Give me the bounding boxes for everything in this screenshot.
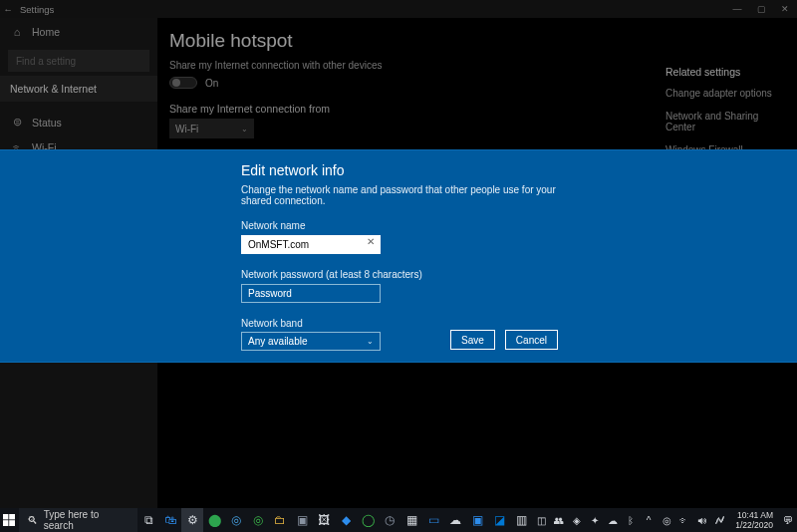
windows-logo-icon <box>3 514 15 526</box>
network-band-select[interactable]: Any available ⌄ <box>241 332 381 351</box>
edge-dev-icon[interactable]: ◎ <box>247 508 269 532</box>
app4-icon[interactable]: ▣ <box>466 508 488 532</box>
network-band-label: Network band <box>241 318 558 329</box>
edit-network-info-dialog: Edit network info Change the network nam… <box>0 149 797 363</box>
tray-app2-icon[interactable]: ✦ <box>586 508 604 532</box>
taskbar-pinned-apps: ⧉ 🛍︎ ⚙ ⬤ ◎ ◎ 🗀 ▣ 🖾 ◆ ◯ ◷ ▦ ▭ ☁ ▣ ◪ ▥ <box>137 508 532 532</box>
edge-icon[interactable]: ◎ <box>225 508 247 532</box>
network-band-value: Any available <box>248 336 307 347</box>
file-explorer-icon[interactable]: 🗀 <box>269 508 291 532</box>
xbox-icon[interactable]: ◯ <box>357 508 379 532</box>
store-icon[interactable]: 🛍︎ <box>159 508 181 532</box>
chevron-down-icon: ⌄ <box>367 337 374 346</box>
tray-wifi-icon[interactable]: ᯤ <box>675 508 693 532</box>
network-password-label: Network password (at least 8 characters) <box>241 269 558 280</box>
network-name-input[interactable] <box>241 235 381 254</box>
app3-icon[interactable]: ☁ <box>444 508 466 532</box>
tray-volume-icon[interactable]: 🔊︎ <box>693 508 711 532</box>
vscode-icon[interactable]: ◪ <box>488 508 510 532</box>
tray-onedrive-icon[interactable]: ☁ <box>604 508 622 532</box>
taskbar-search-input[interactable]: 🔍︎ Type here to search <box>19 508 137 532</box>
start-button[interactable] <box>0 508 19 532</box>
taskbar: 🔍︎ Type here to search ⧉ 🛍︎ ⚙ ⬤ ◎ ◎ 🗀 ▣ … <box>0 508 797 532</box>
terminal-icon[interactable]: ▣ <box>291 508 313 532</box>
tray-bluetooth-icon[interactable]: ᛒ <box>622 508 640 532</box>
clear-input-icon[interactable]: ✕ <box>367 236 375 247</box>
dialog-description: Change the network name and password tha… <box>241 184 558 206</box>
clock-icon[interactable]: ◷ <box>379 508 400 532</box>
photos-icon[interactable]: 🖾 <box>313 508 335 532</box>
tray-icon[interactable]: ◫ <box>532 508 550 532</box>
tray-battery-icon[interactable]: 🗲 <box>711 508 729 532</box>
system-tray: ◫ 👥︎ ◈ ✦ ☁ ᛒ ^ ◎ ᯤ 🔊︎ 🗲 10:41 AM 1/22/20… <box>532 508 797 532</box>
screen: { "window": { "app": "Settings", "title"… <box>0 0 797 532</box>
app-icon[interactable]: ◆ <box>335 508 357 532</box>
network-password-input[interactable] <box>241 284 381 303</box>
settings-taskbar-icon[interactable]: ⚙ <box>181 508 203 532</box>
search-icon: 🔍︎ <box>27 514 38 526</box>
calculator-icon[interactable]: ▦ <box>400 508 422 532</box>
network-name-label: Network name <box>241 220 558 231</box>
tray-chevron-icon[interactable]: ^ <box>640 508 658 532</box>
svg-rect-3 <box>10 520 16 526</box>
save-button[interactable]: Save <box>450 330 495 350</box>
taskbar-search-placeholder: Type here to search <box>44 509 130 531</box>
taskbar-time: 10:41 AM <box>735 510 773 520</box>
taskbar-date: 1/22/2020 <box>735 520 773 530</box>
tray-app-icon[interactable]: ◈ <box>568 508 586 532</box>
tray-location-icon[interactable]: ◎ <box>658 508 675 532</box>
taskbar-clock[interactable]: 10:41 AM 1/22/2020 <box>729 510 779 530</box>
browser-icon[interactable]: ⬤ <box>203 508 225 532</box>
cancel-button[interactable]: Cancel <box>505 330 558 350</box>
dialog-title: Edit network info <box>241 150 558 178</box>
svg-rect-1 <box>10 514 16 519</box>
svg-rect-2 <box>3 520 8 526</box>
app2-icon[interactable]: ▭ <box>422 508 444 532</box>
tray-teams-icon[interactable]: 👥︎ <box>550 508 568 532</box>
action-center-icon[interactable]: 💬︎ <box>779 508 797 532</box>
svg-rect-0 <box>3 514 8 519</box>
app5-icon[interactable]: ▥ <box>510 508 532 532</box>
task-view-button[interactable]: ⧉ <box>137 508 159 532</box>
